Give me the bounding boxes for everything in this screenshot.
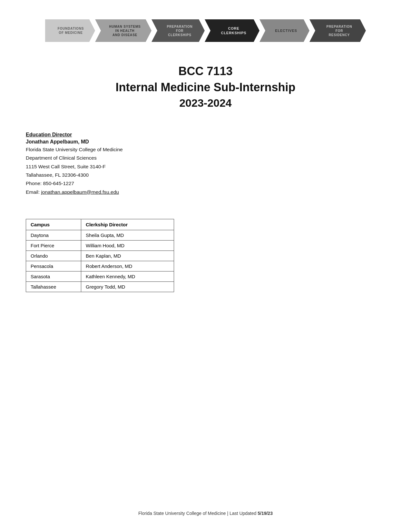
director-cell: Ben Kaplan, MD: [81, 251, 174, 261]
banner-step-core-clerkships: CORE CLERKSHIPS: [205, 19, 259, 42]
director-phone-label: Phone:: [26, 181, 42, 186]
director-name: Jonathan Appelbaum, MD: [26, 139, 380, 145]
banner-step-human-systems: HUMAN SYSTEMS IN HEALTH AND DISEASE: [95, 19, 152, 42]
banner-step-foundations: FOUNDATIONS OF MEDICINE: [45, 19, 95, 42]
footer: Florida State University College of Medi…: [0, 511, 411, 516]
banner-step-prep-clerkships: PREPARATION FOR CLERKSHIPS: [152, 19, 205, 42]
table-row: SarasotaKathleen Kennedy, MD: [26, 271, 174, 282]
director-section: Education Director Jonathan Appelbaum, M…: [26, 132, 380, 196]
director-cell: Gregory Todd, MD: [81, 282, 174, 292]
table-row: DaytonaSheila Gupta, MD: [26, 230, 174, 241]
col-header-clerkship-director: Clerkship Director: [81, 219, 174, 230]
page: FOUNDATIONS OF MEDICINE HUMAN SYSTEMS IN…: [0, 0, 411, 532]
clerkship-table: Campus Clerkship Director DaytonaSheila …: [26, 219, 174, 292]
campus-cell: Fort Pierce: [26, 241, 81, 251]
title-section: BCC 7113 Internal Medicine Sub-Internshi…: [115, 64, 295, 109]
campus-cell: Sarasota: [26, 271, 81, 282]
director-email-label: Email:: [26, 189, 40, 195]
director-institution: Florida State University College of Medi…: [26, 145, 380, 154]
campus-cell: Daytona: [26, 230, 81, 241]
director-address: 1115 West Call Street, Suite 3140-F: [26, 163, 380, 171]
director-email-link[interactable]: jonathan.appelbaum@med.fsu.edu: [41, 189, 119, 195]
footer-text: Florida State University College of Medi…: [138, 511, 258, 516]
table-row: PensacolaRobert Anderson, MD: [26, 261, 174, 271]
campus-cell: Pensacola: [26, 261, 81, 271]
director-phone: Phone: 850-645-1227: [26, 179, 380, 188]
title-line3: 2023-2024: [115, 97, 295, 109]
table-header-row: Campus Clerkship Director: [26, 219, 174, 230]
table-row: TallahasseeGregory Todd, MD: [26, 282, 174, 292]
title-line2: Internal Medicine Sub-Internship: [115, 81, 295, 94]
director-cell: Kathleen Kennedy, MD: [81, 271, 174, 282]
banner-step-electives: ELECTIVES: [259, 19, 309, 42]
director-cell: Robert Anderson, MD: [81, 261, 174, 271]
banner-step-prep-residency: PREPARATION FOR RESIDENCY: [309, 19, 366, 42]
footer-date: 5/19/23: [258, 511, 273, 516]
col-header-campus: Campus: [26, 219, 81, 230]
director-cell: Sheila Gupta, MD: [81, 230, 174, 241]
title-line1: BCC 7113: [115, 64, 295, 78]
campus-cell: Tallahassee: [26, 282, 81, 292]
director-cell: William Hood, MD: [81, 241, 174, 251]
clerkship-table-wrapper: Campus Clerkship Director DaytonaSheila …: [26, 212, 385, 292]
table-row: OrlandoBen Kaplan, MD: [26, 251, 174, 261]
director-phone-number: 850-645-1227: [43, 181, 74, 186]
director-email-row: Email: jonathan.appelbaum@med.fsu.edu: [26, 188, 380, 196]
table-row: Fort PierceWilliam Hood, MD: [26, 241, 174, 251]
curriculum-banner: FOUNDATIONS OF MEDICINE HUMAN SYSTEMS IN…: [26, 19, 385, 42]
campus-cell: Orlando: [26, 251, 81, 261]
director-label: Education Director: [26, 132, 380, 138]
director-department: Department of Clinical Sciences: [26, 154, 380, 162]
director-city: Tallahassee, FL 32306-4300: [26, 171, 380, 179]
